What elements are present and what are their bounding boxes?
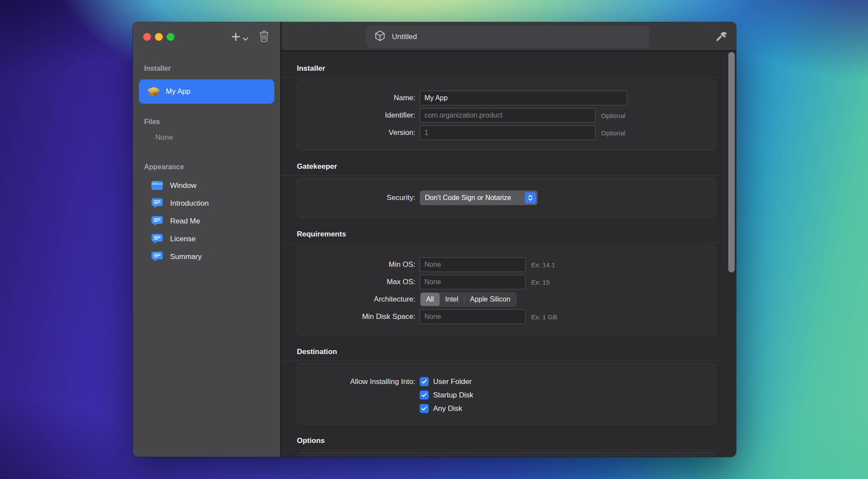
sidebar-item-label: License — [170, 235, 196, 243]
segment-intel[interactable]: Intel — [440, 293, 464, 306]
security-popup-button[interactable]: Don't Code Sign or Notarize — [420, 190, 538, 205]
min-os-label: Min OS: — [297, 260, 415, 269]
sidebar-toolbar: + — [133, 22, 280, 51]
hammer-icon — [714, 29, 729, 45]
sidebar-section-installer-header: Installer — [133, 64, 280, 73]
any-disk-checkbox[interactable] — [420, 404, 429, 413]
traffic-lights — [143, 33, 174, 41]
min-os-input[interactable] — [420, 257, 526, 272]
section-header-destination: Destination — [281, 335, 720, 361]
any-disk-label: Any Disk — [433, 404, 462, 413]
max-os-input[interactable] — [420, 275, 526, 289]
options-card — [297, 452, 716, 457]
sidebar-item-introduction[interactable]: Introduction — [133, 194, 280, 212]
min-os-row: Min OS: Ex: 14.1 — [297, 256, 715, 273]
plus-icon: + — [231, 31, 240, 43]
zoom-window-button[interactable] — [167, 33, 174, 41]
sidebar: + — [133, 22, 281, 457]
popup-chevrons-icon — [525, 192, 536, 203]
title-toolbar: Untitled — [281, 22, 736, 51]
sidebar-item-my-app[interactable]: My App — [139, 79, 274, 104]
app-window: + — [133, 22, 736, 457]
checkmark-icon — [421, 393, 427, 397]
sidebar-section-appearance-header: Appearance — [133, 163, 280, 171]
startup-disk-checkbox[interactable] — [420, 390, 429, 400]
architecture-label: Architecture: — [297, 295, 415, 304]
max-os-row: Max OS: Ex: 15 — [297, 273, 715, 291]
name-label: Name: — [297, 94, 415, 102]
segment-all[interactable]: All — [421, 293, 440, 306]
speech-bubble-icon — [151, 216, 163, 226]
segment-apple-silicon[interactable]: Apple Silicon — [464, 293, 516, 306]
sidebar-nav: Installer My App Files None — [133, 51, 280, 266]
identifier-input[interactable] — [420, 108, 595, 123]
document-title-field[interactable]: Untitled — [366, 26, 649, 48]
section-header-installer: Installer — [281, 51, 720, 78]
document-title: Untitled — [392, 33, 417, 41]
startup-disk-label: Startup Disk — [433, 391, 473, 400]
settings-scroll-area: Installer Name: Identifier: Optional — [281, 51, 736, 457]
startup-disk-row: Startup Disk — [297, 388, 715, 402]
speech-bubble-icon — [151, 198, 163, 209]
identifier-optional-note: Optional — [601, 112, 625, 119]
sidebar-item-label: My App — [166, 87, 191, 96]
sidebar-item-read-me[interactable]: Read Me — [133, 212, 280, 230]
architecture-row: Architecture: All Intel Apple Silicon — [297, 291, 715, 308]
package-icon — [148, 84, 160, 99]
speech-bubble-icon — [151, 251, 163, 262]
sidebar-files-empty: None — [133, 133, 280, 143]
max-os-example: Ex: 15 — [531, 279, 550, 286]
section-header-gatekeeper: Gatekeeper — [281, 150, 720, 176]
min-disk-row: Min Disk Space: Ex: 1 GB — [297, 308, 715, 325]
sidebar-item-label: Summary — [170, 253, 202, 261]
min-os-example: Ex: 14.1 — [531, 261, 555, 269]
build-button[interactable] — [713, 28, 730, 45]
trash-icon — [259, 30, 270, 44]
desktop-wallpaper: + — [0, 0, 868, 479]
identifier-label: Identifier: — [297, 111, 415, 120]
identifier-row: Identifier: Optional — [297, 107, 715, 124]
sidebar-item-summary[interactable]: Summary — [133, 248, 280, 266]
sidebar-item-label: Read Me — [170, 217, 200, 226]
installer-card: Name: Identifier: Optional Version: — [297, 80, 716, 150]
sidebar-section-files-header: Files — [133, 118, 280, 126]
scrollbar-track[interactable] — [720, 51, 736, 457]
chevron-down-icon — [243, 36, 248, 42]
sidebar-item-license[interactable]: License — [133, 230, 280, 248]
sidebar-item-window[interactable]: Window — [133, 177, 280, 194]
any-disk-row: Any Disk — [297, 402, 715, 415]
version-label: Version: — [297, 128, 415, 137]
name-input[interactable] — [420, 91, 627, 105]
requirements-card: Min OS: Ex: 14.1 Max OS: Ex: 15 — [297, 246, 716, 335]
minimize-window-button[interactable] — [155, 33, 163, 41]
security-label: Security: — [297, 194, 415, 202]
version-optional-note: Optional — [601, 129, 625, 137]
checkmark-icon — [421, 379, 427, 384]
sidebar-item-label: Window — [170, 181, 196, 190]
security-popup-value: Don't Code Sign or Notarize — [425, 194, 511, 202]
architecture-segmented-control: All Intel Apple Silicon — [420, 292, 517, 307]
sidebar-item-label: Introduction — [170, 199, 209, 208]
max-os-label: Max OS: — [297, 278, 415, 286]
main-panel: Untitled Installer Name: — [281, 22, 736, 457]
add-item-button[interactable]: + — [231, 31, 248, 43]
destination-card: Allow Installing Into: User Folder — [297, 363, 716, 424]
delete-item-button[interactable] — [259, 30, 270, 44]
security-row: Security: Don't Code Sign or Notarize — [297, 190, 715, 206]
scrollbar-thumb[interactable] — [728, 52, 735, 272]
user-folder-checkbox[interactable] — [420, 377, 429, 386]
version-row: Version: Optional — [297, 124, 715, 141]
version-input[interactable] — [420, 125, 595, 140]
min-disk-input[interactable] — [420, 309, 526, 324]
section-header-requirements: Requirements — [281, 218, 720, 243]
min-disk-example: Ex: 1 GB — [531, 313, 557, 321]
gatekeeper-card: Security: Don't Code Sign or Notarize — [297, 178, 716, 218]
sidebar-actions: + — [231, 30, 270, 44]
allow-installing-label: Allow Installing Into: — [297, 377, 415, 386]
close-window-button[interactable] — [143, 33, 151, 41]
speech-bubble-icon — [151, 233, 163, 244]
package-cube-icon — [374, 30, 386, 43]
name-row: Name: — [297, 89, 715, 107]
user-folder-row: Allow Installing Into: User Folder — [297, 375, 715, 388]
user-folder-label: User Folder — [433, 377, 472, 386]
